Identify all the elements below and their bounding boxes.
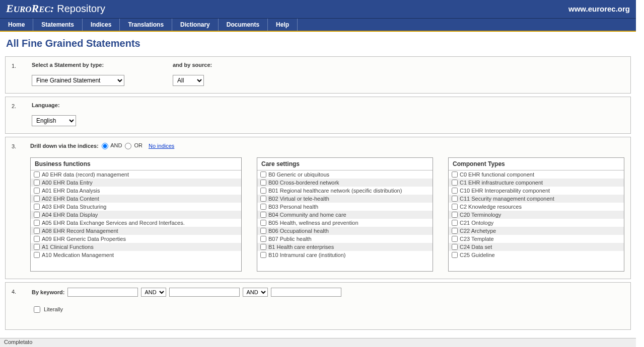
listbox-body[interactable]: C0 EHR functional componentC1 EHR infras…	[449, 170, 624, 271]
listbox-body[interactable]: B0 Generic or ubiquitousB00 Cross-border…	[257, 170, 433, 271]
list-item-checkbox[interactable]	[452, 244, 458, 250]
nav-translations[interactable]: Translations	[120, 19, 172, 31]
listbox-body[interactable]: A0 EHR data (record) managementA00 EHR D…	[31, 170, 241, 271]
list-item-checkbox[interactable]	[34, 180, 40, 186]
list-item[interactable]: A04 EHR Data Display	[31, 211, 241, 219]
panel-step2: 2. Language: English	[5, 97, 631, 134]
list-item-checkbox[interactable]	[452, 180, 458, 186]
list-item[interactable]: B1 Health care enterprises	[257, 243, 433, 251]
list-item[interactable]: A03 EHR Data Structuring	[31, 203, 241, 211]
select-language[interactable]: English	[32, 115, 76, 126]
checkbox-literally[interactable]	[34, 306, 40, 313]
list-item[interactable]: C24 Data set	[449, 243, 624, 251]
radio-or-wrap[interactable]: OR	[125, 142, 142, 149]
list-item[interactable]: A1 Clinical Functions	[31, 243, 241, 251]
keyword-input-3[interactable]	[271, 288, 341, 297]
nav-indices[interactable]: Indices	[83, 19, 120, 31]
radio-or[interactable]	[125, 143, 131, 149]
keyword-input-2[interactable]	[169, 288, 240, 297]
nav-home[interactable]: Home	[0, 19, 33, 31]
list-item[interactable]: B01 Regional healthcare network (specifi…	[257, 187, 433, 195]
list-item-checkbox[interactable]	[260, 204, 266, 210]
link-no-indices[interactable]: No indices	[149, 143, 174, 149]
list-item[interactable]: A08 EHR Record Management	[31, 227, 241, 235]
list-item-label: A04 EHR Data Display	[42, 212, 98, 218]
list-item-checkbox[interactable]	[34, 220, 40, 226]
list-item[interactable]: C20 Terminology	[449, 211, 624, 219]
list-item-checkbox[interactable]	[452, 204, 458, 210]
list-item[interactable]: C23 Template	[449, 235, 624, 243]
list-item-checkbox[interactable]	[260, 180, 266, 186]
list-item[interactable]: B10 Intramural care (institution)	[257, 251, 433, 259]
list-item-checkbox[interactable]	[260, 228, 266, 234]
list-item-checkbox[interactable]	[260, 212, 266, 218]
list-item[interactable]: A00 EHR Data Entry	[31, 179, 241, 187]
select-statement-type[interactable]: Fine Grained Statement	[32, 75, 124, 86]
list-item[interactable]: C2 Knowledge resources	[449, 203, 624, 211]
radio-and-wrap[interactable]: AND	[102, 142, 122, 149]
list-item-checkbox[interactable]	[34, 171, 40, 178]
list-item-checkbox[interactable]	[260, 188, 266, 194]
list-item-checkbox[interactable]	[452, 196, 458, 202]
nav-statements[interactable]: Statements	[33, 19, 83, 31]
nav-dictionary[interactable]: Dictionary	[172, 19, 219, 31]
list-item-checkbox[interactable]	[34, 204, 40, 210]
list-item[interactable]: C25 Guideline	[449, 251, 624, 259]
nav-help[interactable]: Help	[268, 19, 298, 31]
list-item-checkbox[interactable]	[260, 220, 266, 226]
list-item-checkbox[interactable]	[34, 188, 40, 194]
logo-colon: :	[50, 2, 54, 15]
list-item[interactable]: A09 EHR Generic Data Properties	[31, 235, 241, 243]
list-item[interactable]: B00 Cross-bordered network	[257, 179, 433, 187]
list-item-checkbox[interactable]	[34, 236, 40, 242]
list-item-checkbox[interactable]	[452, 220, 458, 226]
list-item[interactable]: B04 Community and home care	[257, 211, 433, 219]
list-item[interactable]: A10 Medication Management	[31, 251, 241, 259]
list-item-label: A10 Medication Management	[42, 252, 114, 258]
list-item-checkbox[interactable]	[452, 188, 458, 194]
list-item-checkbox[interactable]	[452, 171, 458, 178]
select-source[interactable]: All	[173, 75, 204, 86]
list-item-checkbox[interactable]	[34, 212, 40, 218]
list-item-checkbox[interactable]	[34, 196, 40, 202]
list-item[interactable]: A01 EHR Data Analysis	[31, 187, 241, 195]
list-item-checkbox[interactable]	[34, 244, 40, 250]
list-item-checkbox[interactable]	[260, 244, 266, 250]
list-item[interactable]: C0 EHR functional component	[449, 170, 624, 179]
list-item[interactable]: B02 Virtual or tele-health	[257, 195, 433, 203]
list-item[interactable]: A02 EHR Data Content	[31, 195, 241, 203]
list-item[interactable]: C10 EHR Interoperability component	[449, 187, 624, 195]
list-item-checkbox[interactable]	[452, 212, 458, 218]
list-item[interactable]: B03 Personal health	[257, 203, 433, 211]
list-item-checkbox[interactable]	[260, 171, 266, 178]
list-item-checkbox[interactable]	[260, 196, 266, 202]
list-item[interactable]: C11 Security management component	[449, 195, 624, 203]
list-item[interactable]: B07 Public health	[257, 235, 433, 243]
list-item[interactable]: C22 Archetype	[449, 227, 624, 235]
list-item-checkbox[interactable]	[452, 252, 458, 258]
keyword-input-1[interactable]	[67, 288, 138, 297]
header-url[interactable]: www.eurorec.org	[568, 5, 630, 13]
list-item[interactable]: B05 Health, wellness and prevention	[257, 219, 433, 227]
list-item[interactable]: B06 Occupational health	[257, 227, 433, 235]
list-item[interactable]: A05 EHR Data Exchange Services and Recor…	[31, 219, 241, 227]
keyword-logic-2[interactable]: AND	[243, 288, 268, 297]
list-item-label: B01 Regional healthcare network (specifi…	[268, 188, 402, 194]
logo-uro: URO	[14, 5, 32, 14]
radio-or-label: OR	[134, 142, 142, 148]
radio-and[interactable]	[102, 143, 108, 149]
list-item[interactable]: B0 Generic or ubiquitous	[257, 170, 433, 179]
list-item-checkbox[interactable]	[34, 228, 40, 234]
list-item-checkbox[interactable]	[452, 228, 458, 234]
keyword-logic-1[interactable]: AND	[141, 288, 166, 297]
list-item-checkbox[interactable]	[260, 236, 266, 242]
logo-e: E	[6, 2, 14, 15]
list-item[interactable]: A0 EHR data (record) management	[31, 170, 241, 179]
nav-documents[interactable]: Documents	[219, 19, 268, 31]
list-item-checkbox[interactable]	[260, 252, 266, 258]
label-literally: Literally	[44, 306, 63, 312]
list-item-checkbox[interactable]	[34, 252, 40, 258]
list-item-checkbox[interactable]	[452, 236, 458, 242]
list-item[interactable]: C1 EHR infrastructure component	[449, 179, 624, 187]
list-item[interactable]: C21 Ontology	[449, 219, 624, 227]
